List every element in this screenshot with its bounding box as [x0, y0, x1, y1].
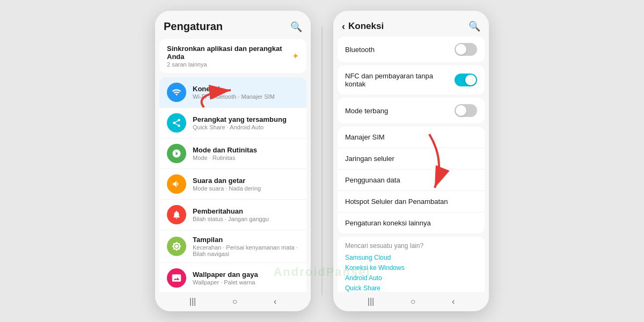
wallpaper-text: Wallpaper dan gaya Wallpaper · Palet war…	[193, 270, 258, 286]
menu-item-data[interactable]: Penggunaan data	[338, 170, 485, 191]
menu-item-hotspot[interactable]: Hotspot Seluler dan Penambatan	[338, 191, 485, 213]
settings-item-suara[interactable]: Suara dan getar Mode suara · Nada dering	[159, 169, 306, 200]
settings-item-notif[interactable]: Pemberitahuan Bilah status · Jangan gang…	[159, 200, 306, 230]
notif-sub: Bilah status · Jangan ganggu	[193, 216, 269, 222]
settings-item-mode[interactable]: Mode dan Rutinitas Mode · Rutinitas	[159, 138, 306, 169]
link-quick-share[interactable]: Quick Share	[345, 284, 477, 292]
tampilan-title: Tampilan	[193, 236, 299, 244]
sync-star-icon: ✦	[292, 51, 299, 61]
right-search-icon[interactable]: 🔍	[469, 20, 480, 32]
mode-text: Mode dan Rutinitas Mode · Rutinitas	[193, 146, 257, 161]
nav-back[interactable]: ‹	[274, 297, 276, 306]
settings-item-tampilan[interactable]: Tampilan Kecerahan · Perisai kenyamanan …	[159, 230, 306, 263]
looking-section: Mencari sesuatu yang lain? Samsung Cloud…	[338, 237, 485, 292]
right-phone-content: Bluetooth NFC dan pembayaran tanpa konta…	[333, 36, 489, 292]
phones-container: Pengaturan 🔍 Sinkronkan aplikasi dan per…	[155, 11, 489, 311]
link-koneksi-windows[interactable]: Koneksi ke Windows	[345, 264, 477, 272]
menu-item-sim[interactable]: Manajer SIM	[338, 127, 485, 148]
menu-item-cellular[interactable]: Jaringan seluler	[338, 148, 485, 170]
link-android-auto[interactable]: Android Auto	[345, 274, 477, 282]
nfc-toggle-knob	[465, 75, 476, 85]
left-phone: Pengaturan 🔍 Sinkronkan aplikasi dan per…	[155, 11, 311, 311]
nfc-toggle-row[interactable]: NFC dan pembayaran tanpa kontak	[338, 65, 485, 94]
menu-item-other[interactable]: Pengaturan koneksi lainnya	[338, 213, 485, 233]
wallpaper-sub: Wallpaper · Palet warna	[193, 279, 258, 286]
left-phone-content: Sinkronkan aplikasi dan perangkat Anda 2…	[155, 37, 311, 292]
bluetooth-label: Bluetooth	[345, 46, 375, 54]
link-samsung-cloud[interactable]: Samsung Cloud	[345, 254, 477, 261]
mode-title: Mode dan Rutinitas	[193, 146, 257, 154]
right-phone-header: ‹ Koneksi 🔍	[333, 11, 489, 36]
left-bottom-nav: ||| ○ ‹	[155, 292, 311, 311]
sync-title: Sinkronkan aplikasi dan perangkat Anda	[167, 45, 292, 61]
notif-icon	[167, 205, 186, 224]
perangkat-sub: Quick Share · Android Auto	[193, 124, 287, 130]
right-nav-recent[interactable]: |||	[368, 297, 374, 306]
back-arrow-icon: ‹	[342, 21, 345, 32]
suara-text: Suara dan getar Mode suara · Nada dering	[193, 177, 261, 192]
koneksi-menu: Manajer SIM Jaringan seluler Penggunaan …	[338, 127, 485, 233]
airplane-toggle-row[interactable]: Mode terbang	[338, 98, 485, 123]
suara-icon	[167, 174, 186, 194]
wallpaper-title: Wallpaper dan gaya	[193, 270, 258, 279]
back-button[interactable]: ‹ Koneksi	[342, 21, 384, 32]
mode-sub: Mode · Rutinitas	[193, 155, 257, 161]
right-phone: ‹ Koneksi 🔍 Bluetooth NFC dan pembayaran…	[333, 11, 489, 311]
tampilan-text: Tampilan Kecerahan · Perisai kenyamanan …	[193, 236, 299, 257]
sync-banner[interactable]: Sinkronkan aplikasi dan perangkat Anda 2…	[159, 39, 306, 73]
settings-item-perangkat[interactable]: Perangkat yang tersambung Quick Share · …	[159, 108, 306, 138]
right-bottom-nav: ||| ○ ‹	[333, 292, 489, 311]
phone-divider	[321, 27, 323, 295]
koneksi-icon	[167, 83, 186, 102]
bluetooth-toggle-row[interactable]: Bluetooth	[338, 36, 485, 62]
nfc-toggle[interactable]	[455, 74, 477, 86]
left-phone-header: Pengaturan 🔍	[155, 11, 311, 37]
right-nav-back[interactable]: ‹	[452, 297, 455, 306]
koneksi-sub: Wi-Fi · Bluetooth · Manajer SIM	[193, 93, 275, 100]
airplane-label: Mode terbang	[345, 107, 388, 115]
looking-title: Mencari sesuatu yang lain?	[345, 242, 477, 250]
settings-list: Koneksi Wi-Fi · Bluetooth · Manajer SIM …	[159, 77, 306, 292]
sync-subtitle: 2 saran lainnya	[167, 61, 292, 68]
nav-home[interactable]: ○	[232, 297, 238, 306]
settings-item-koneksi[interactable]: Koneksi Wi-Fi · Bluetooth · Manajer SIM	[159, 77, 306, 108]
mode-icon	[167, 144, 186, 163]
koneksi-text: Koneksi Wi-Fi · Bluetooth · Manajer SIM	[193, 85, 275, 100]
right-nav-home[interactable]: ○	[411, 297, 416, 306]
notif-title: Pemberitahuan	[193, 207, 269, 215]
notif-text: Pemberitahuan Bilah status · Jangan gang…	[193, 207, 269, 222]
perangkat-text: Perangkat yang tersambung Quick Share · …	[193, 115, 287, 130]
bluetooth-toggle-knob	[456, 44, 466, 55]
nav-recent[interactable]: |||	[189, 297, 196, 306]
right-phone-title: Koneksi	[348, 21, 384, 32]
airplane-toggle-knob	[456, 105, 466, 116]
suara-title: Suara dan getar	[193, 177, 261, 185]
airplane-toggle[interactable]	[455, 104, 477, 117]
wallpaper-icon	[167, 268, 186, 288]
settings-item-wallpaper[interactable]: Wallpaper dan gaya Wallpaper · Palet war…	[159, 263, 306, 292]
perangkat-icon	[167, 113, 186, 133]
bluetooth-toggle[interactable]	[455, 43, 477, 56]
left-phone-title: Pengaturan	[164, 20, 223, 33]
suara-sub: Mode suara · Nada dering	[193, 185, 261, 192]
tampilan-icon	[167, 237, 186, 256]
left-search-icon[interactable]: 🔍	[290, 21, 302, 33]
sync-banner-text: Sinkronkan aplikasi dan perangkat Anda 2…	[167, 45, 292, 68]
perangkat-title: Perangkat yang tersambung	[193, 115, 287, 123]
nfc-label: NFC dan pembayaran tanpa kontak	[345, 72, 455, 88]
tampilan-sub: Kecerahan · Perisai kenyamanan mata · Bi…	[193, 244, 299, 257]
koneksi-title: Koneksi	[193, 85, 275, 93]
